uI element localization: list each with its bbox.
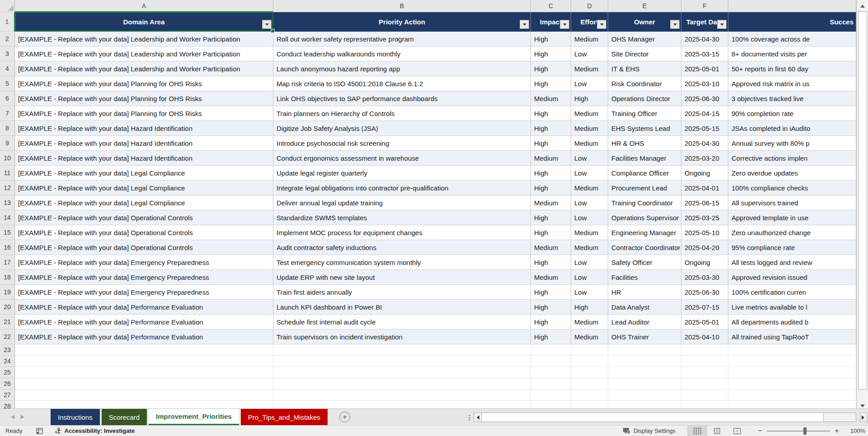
cell-success-metric[interactable]: 100% coverage across de [728, 32, 856, 46]
vertical-scrollbar-thumb[interactable] [858, 11, 867, 390]
cell-impact[interactable]: Medium [531, 151, 571, 166]
cell-success-metric[interactable]: Zero unauthorized change [728, 225, 856, 240]
cell-impact[interactable]: High [531, 32, 571, 46]
cell-domain-area[interactable]: [EXAMPLE - Replace with your data] Plann… [15, 106, 273, 121]
empty-cell[interactable] [608, 367, 681, 378]
cell-success-metric[interactable]: Approved template in use [728, 210, 856, 225]
cell-owner[interactable]: IT & EHS [608, 61, 681, 76]
cell-success-metric[interactable]: 95% compliance rate [728, 240, 856, 255]
cell-domain-area[interactable]: [EXAMPLE - Replace with your data] Opera… [15, 210, 273, 225]
row-number[interactable]: 25 [0, 367, 15, 378]
cell-priority-action[interactable]: Roll out worker safety representative pr… [273, 32, 531, 46]
cell-effort[interactable]: Medium [571, 121, 608, 136]
empty-cell[interactable] [531, 367, 571, 378]
column-header-d[interactable]: D [571, 0, 608, 12]
cell-priority-action[interactable]: Schedule first internal audit cycle [273, 315, 531, 329]
cell-impact[interactable]: High [531, 181, 571, 195]
cell-impact[interactable]: High [531, 285, 571, 300]
empty-cell[interactable] [728, 367, 856, 378]
row-number[interactable]: 11 [0, 166, 15, 181]
new-sheet-button[interactable]: + [339, 412, 350, 422]
cell-priority-action[interactable]: Link OHS objectives to SAP performance d… [273, 91, 531, 106]
cell-impact[interactable]: High [531, 300, 571, 315]
cell-owner[interactable]: EHS Systems Lead [608, 121, 681, 136]
cell-target-date[interactable]: 2025-05-10 [681, 225, 728, 240]
cell-target-date[interactable]: 2025-03-25 [681, 210, 728, 225]
cell-target-date[interactable]: 2025-06-15 [681, 195, 728, 210]
cell-domain-area[interactable]: [EXAMPLE - Replace with your data] Opera… [15, 225, 273, 240]
cell-target-date[interactable]: 2025-04-30 [681, 136, 728, 151]
cell-success-metric[interactable]: All departments audited b [728, 315, 856, 329]
cell-priority-action[interactable]: Introduce psychosocial risk screening [273, 136, 531, 151]
sheet-tab-instructions[interactable]: Instructions [51, 409, 100, 425]
empty-cell[interactable] [728, 390, 856, 401]
row-number[interactable]: 14 [0, 210, 15, 225]
header-success-metric[interactable]: Succes [728, 12, 856, 32]
header-target-date[interactable]: Target Date [681, 12, 728, 32]
cell-target-date[interactable]: 2025-04-01 [681, 181, 728, 195]
cell-effort[interactable]: Low [571, 210, 608, 225]
cell-success-metric[interactable]: Corrective actions implen [728, 151, 856, 166]
cell-target-date[interactable]: Ongoing [681, 255, 728, 270]
vertical-scrollbar[interactable] [856, 0, 868, 412]
empty-cell[interactable] [15, 378, 273, 390]
cell-priority-action[interactable]: Map risk criteria to ISO 45001:2018 Clau… [273, 76, 531, 91]
cell-priority-action[interactable]: Update ERP with new site layout [273, 270, 531, 285]
column-header-b[interactable]: B [273, 0, 531, 12]
empty-cell[interactable] [728, 401, 856, 408]
cell-impact[interactable]: High [531, 210, 571, 225]
row-number[interactable]: 22 [0, 329, 15, 344]
cell-owner[interactable]: Training Coordinator [608, 195, 681, 210]
cell-owner[interactable]: HR [608, 285, 681, 300]
cell-domain-area[interactable]: [EXAMPLE - Replace with your data] Perfo… [15, 300, 273, 315]
accessibility-status[interactable]: Accessibility: Investigate [55, 427, 135, 435]
cell-target-date[interactable]: 2025-06-30 [681, 285, 728, 300]
cell-domain-area[interactable]: [EXAMPLE - Replace with your data] Plann… [15, 91, 273, 106]
row-number[interactable]: 27 [0, 390, 15, 401]
cell-priority-action[interactable]: Digitize Job Safety Analysis (JSA) [273, 121, 531, 136]
cell-priority-action[interactable]: Integrate legal obligations into contrac… [273, 181, 531, 195]
row-number[interactable]: 2 [0, 32, 15, 46]
filter-button[interactable] [670, 20, 680, 29]
cell-target-date[interactable]: 2025-04-10 [681, 329, 728, 344]
column-header-e[interactable]: E [608, 0, 681, 12]
empty-cell[interactable] [681, 344, 728, 356]
zoom-slider[interactable] [767, 431, 830, 431]
row-number[interactable]: 16 [0, 240, 15, 255]
empty-cell[interactable] [608, 401, 681, 408]
cell-target-date[interactable]: 2025-03-10 [681, 76, 728, 91]
cell-owner[interactable]: OHS Manager [608, 32, 681, 46]
cell-domain-area[interactable]: [EXAMPLE - Replace with your data] Emerg… [15, 285, 273, 300]
cell-priority-action[interactable]: Standardize SWMS templates [273, 210, 531, 225]
cell-priority-action[interactable]: Launch KPI dashboard in Power BI [273, 300, 531, 315]
cell-domain-area[interactable]: [EXAMPLE - Replace with your data] Legal… [15, 195, 273, 210]
cell-domain-area[interactable]: [EXAMPLE - Replace with your data] Plann… [15, 76, 273, 91]
cell-priority-action[interactable]: Test emergency communication system mont… [273, 255, 531, 270]
cell-target-date[interactable]: 2025-07-15 [681, 300, 728, 315]
cell-success-metric[interactable]: 50+ reports in first 60 day [728, 61, 856, 76]
empty-cell[interactable] [681, 356, 728, 367]
cell-success-metric[interactable]: Zero overdue updates [728, 166, 856, 181]
empty-cell[interactable] [273, 356, 531, 367]
cell-effort[interactable]: Medium [571, 136, 608, 151]
empty-cell[interactable] [273, 344, 531, 356]
cell-impact[interactable]: High [531, 46, 571, 61]
scroll-up-button[interactable] [857, 0, 868, 11]
cell-owner[interactable]: Facilities [608, 270, 681, 285]
filter-button[interactable] [717, 20, 727, 29]
row-number[interactable]: 17 [0, 255, 15, 270]
header-owner[interactable]: Owner [608, 12, 681, 32]
cell-impact[interactable]: High [531, 76, 571, 91]
cell-owner[interactable]: Compliance Officer [608, 166, 681, 181]
cell-effort[interactable]: Low [571, 195, 608, 210]
filter-button[interactable] [262, 20, 272, 29]
cell-success-metric[interactable]: 100% compliance checks [728, 181, 856, 195]
scroll-left-button[interactable] [474, 413, 481, 422]
cell-effort[interactable]: Medium [571, 32, 608, 46]
empty-cell[interactable] [608, 390, 681, 401]
empty-cell[interactable] [728, 378, 856, 390]
cell-success-metric[interactable]: All tests logged and review [728, 255, 856, 270]
cell-effort[interactable]: Medium [571, 61, 608, 76]
cell-domain-area[interactable]: [EXAMPLE - Replace with your data] Legal… [15, 181, 273, 195]
macro-record-button[interactable] [36, 428, 43, 434]
